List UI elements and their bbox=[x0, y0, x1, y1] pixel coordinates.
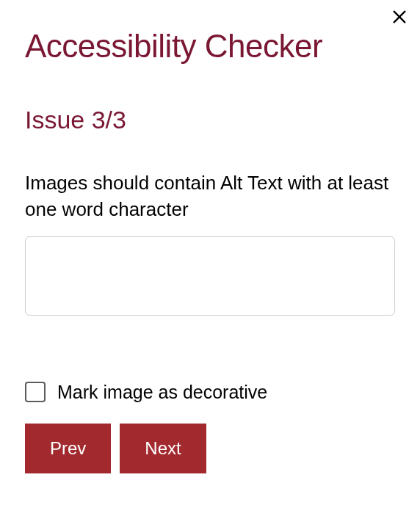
decorative-checkbox-row: Mark image as decorative bbox=[25, 382, 395, 403]
alt-text-input[interactable] bbox=[25, 236, 395, 316]
prev-button[interactable]: Prev bbox=[25, 424, 111, 473]
nav-button-row: Prev Next bbox=[25, 424, 395, 473]
next-button[interactable]: Next bbox=[120, 424, 206, 473]
close-button[interactable] bbox=[388, 6, 411, 29]
close-icon bbox=[391, 9, 408, 27]
dialog-title: Accessibility Checker bbox=[25, 28, 395, 65]
decorative-checkbox[interactable] bbox=[25, 382, 46, 402]
decorative-checkbox-label[interactable]: Mark image as decorative bbox=[57, 382, 267, 403]
dialog-content: Accessibility Checker Issue 3/3 Images s… bbox=[0, 0, 420, 498]
issue-description: Images should contain Alt Text with at l… bbox=[25, 170, 395, 223]
issue-heading: Issue 3/3 bbox=[25, 106, 395, 134]
